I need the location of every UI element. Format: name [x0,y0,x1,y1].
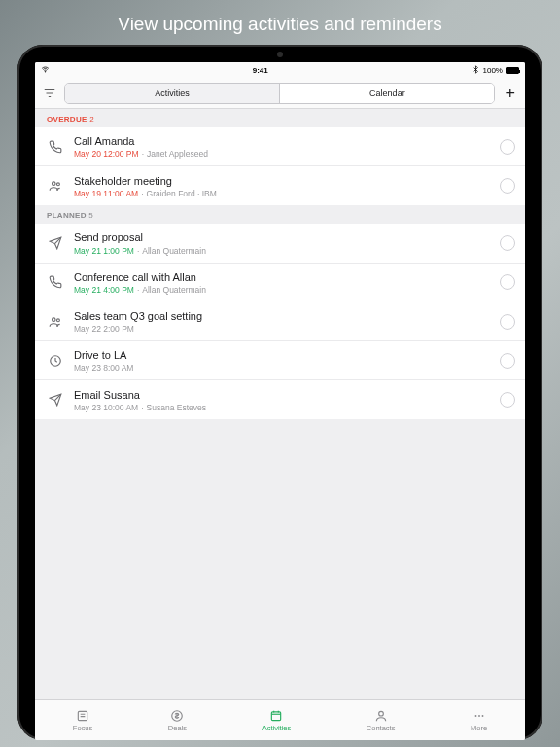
tab-label: Deals [168,724,187,732]
battery-percent: 100% [483,66,503,75]
activity-body: Sales team Q3 goal settingMay 22 2:00 PM [74,309,490,334]
complete-toggle[interactable] [500,274,515,290]
phone-icon [47,275,64,289]
svg-point-20 [481,715,483,717]
svg-point-6 [52,317,56,321]
activity-row[interactable]: Stakeholder meetingMay 19 11:00 AM·Graid… [35,166,525,205]
activity-body: Send proposalMay 21 1:00 PM·Allan Quater… [74,231,490,255]
phone-icon [47,140,64,154]
deals-icon [170,709,184,723]
screen: 9:41 100% Activities Calendar + OV [35,62,525,740]
activity-body: Conference call with AllanMay 21 4:00 PM… [74,270,490,295]
tab-deals[interactable]: Deals [168,709,187,732]
activity-title: Send proposal [74,231,490,244]
complete-toggle[interactable] [500,235,515,251]
segment-calendar[interactable]: Calendar [279,84,494,103]
tab-label: Focus [73,724,92,732]
activity-body: Drive to LAMay 23 8:00 AM [74,348,490,373]
activity-list: OVERDUE 2 Call AmandaMay 20 12:00 PM·Jan… [35,109,525,699]
activity-body: Call AmandaMay 20 12:00 PM·Janet Applese… [74,134,490,159]
send-icon [47,236,64,250]
svg-point-4 [52,182,56,186]
activity-subtitle: May 23 8:00 AM [74,363,490,373]
activity-title: Call Amanda [74,134,490,148]
svg-point-18 [474,715,476,717]
activity-row[interactable]: Conference call with AllanMay 21 4:00 PM… [35,264,525,302]
tab-contacts[interactable]: Contacts [367,709,396,732]
section-header-overdue: OVERDUE 2 [35,109,525,127]
complete-toggle[interactable] [500,139,515,155]
complete-toggle[interactable] [500,353,515,369]
tab-focus[interactable]: Focus [73,709,92,732]
people-icon [47,315,64,329]
tab-label: Contacts [367,724,396,732]
svg-rect-13 [272,711,281,720]
activity-subtitle: May 19 11:00 AM·Graiden Ford · IBM [74,189,490,198]
tab-more[interactable]: More [471,709,487,732]
svg-point-0 [45,71,46,72]
svg-point-7 [56,318,59,321]
activity-body: Stakeholder meetingMay 19 11:00 AM·Graid… [74,174,490,198]
camera-dot [277,52,283,57]
activity-body: Email SusanaMay 23 10:00 AM·Susana Estev… [74,388,490,412]
activity-subtitle: May 21 4:00 PM·Allan Quatermain [74,285,490,295]
svg-point-5 [56,183,59,186]
complete-toggle[interactable] [500,392,515,408]
tab-label: More [471,724,487,732]
contacts-icon [374,709,388,723]
promo-title: View upcoming activities and reminders [118,0,441,45]
segment-activities[interactable]: Activities [65,84,279,103]
filter-icon[interactable] [43,87,56,100]
activity-subtitle: May 23 10:00 AM·Susana Esteves [74,403,490,412]
complete-toggle[interactable] [500,314,515,330]
tab-label: Activities [262,724,292,732]
add-button[interactable]: + [503,85,517,102]
tab-bar: Focus Deals Activities Contacts More [35,699,525,740]
activity-subtitle: May 20 12:00 PM·Janet Appleseed [74,149,490,159]
battery-icon [506,67,519,74]
activity-row[interactable]: Send proposalMay 21 1:00 PM·Allan Quater… [35,224,525,263]
tablet-frame: 9:41 100% Activities Calendar + OV [18,45,542,740]
status-time: 9:41 [253,66,268,75]
section-label: OVERDUE [47,115,88,124]
activity-row[interactable]: Call AmandaMay 20 12:00 PM·Janet Applese… [35,127,525,166]
svg-point-17 [378,711,383,716]
wifi-icon [41,65,50,76]
section-count: 5 [88,211,93,220]
section-header-planned: PLANNED 5 [35,205,525,224]
people-icon [47,179,64,193]
complete-toggle[interactable] [500,178,515,194]
activity-row[interactable]: Sales team Q3 goal settingMay 22 2:00 PM [35,302,525,341]
toolbar: Activities Calendar + [35,78,525,109]
status-bar: 9:41 100% [35,62,525,78]
clock-icon [47,354,64,368]
activity-title: Sales team Q3 goal setting [74,309,490,323]
focus-icon [76,709,89,723]
activity-subtitle: May 22 2:00 PM [74,324,490,334]
activity-row[interactable]: Drive to LAMay 23 8:00 AM [35,341,525,380]
activity-title: Stakeholder meeting [74,174,490,188]
svg-point-19 [478,715,480,717]
send-icon [47,393,64,407]
activity-subtitle: May 21 1:00 PM·Allan Quatermain [74,246,490,256]
activity-title: Drive to LA [74,348,490,362]
section-label: PLANNED [47,211,87,220]
activity-row[interactable]: Email SusanaMay 23 10:00 AM·Susana Estev… [35,380,525,419]
view-segmented-control: Activities Calendar [64,83,495,104]
more-icon [472,709,486,723]
bluetooth-icon [472,65,480,76]
activity-title: Conference call with Allan [74,270,490,284]
tab-activities[interactable]: Activities [262,709,292,732]
activity-title: Email Susana [74,388,490,402]
activities-icon [269,709,283,723]
section-count: 2 [89,115,94,124]
